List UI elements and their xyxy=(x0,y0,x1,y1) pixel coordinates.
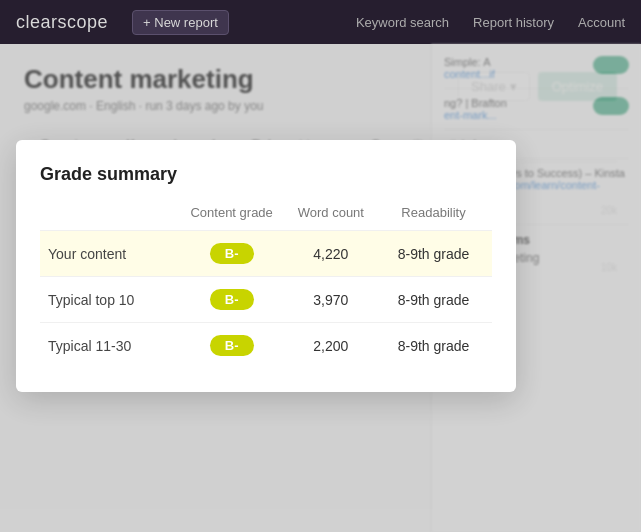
col-header-readability: Readability xyxy=(375,205,492,231)
readability-top10: 8-9th grade xyxy=(375,277,492,323)
table-row: Your content B- 4,220 8-9th grade xyxy=(40,231,492,277)
row-label-11-30: Typical 11-30 xyxy=(40,323,177,369)
word-count-11-30: 2,200 xyxy=(287,323,375,369)
col-header-label xyxy=(40,205,177,231)
table-row: Typical 11-30 B- 2,200 8-9th grade xyxy=(40,323,492,369)
col-header-content-grade: Content grade xyxy=(177,205,287,231)
row-label-top10: Typical top 10 xyxy=(40,277,177,323)
readability-your-content: 8-9th grade xyxy=(375,231,492,277)
row-label-your-content: Your content xyxy=(40,231,177,277)
modal-title: Grade summary xyxy=(40,164,492,185)
grade-table: Content grade Word count Readability You… xyxy=(40,205,492,368)
table-row: Typical top 10 B- 3,970 8-9th grade xyxy=(40,277,492,323)
col-header-word-count: Word count xyxy=(287,205,375,231)
readability-11-30: 8-9th grade xyxy=(375,323,492,369)
word-count-top10: 3,970 xyxy=(287,277,375,323)
modal-overlay: Grade summary Content grade Word count R… xyxy=(0,0,641,532)
grade-badge-your-content: B- xyxy=(177,231,287,277)
grade-summary-modal: Grade summary Content grade Word count R… xyxy=(16,140,516,392)
grade-badge-11-30: B- xyxy=(177,323,287,369)
word-count-your-content: 4,220 xyxy=(287,231,375,277)
grade-badge-top10: B- xyxy=(177,277,287,323)
